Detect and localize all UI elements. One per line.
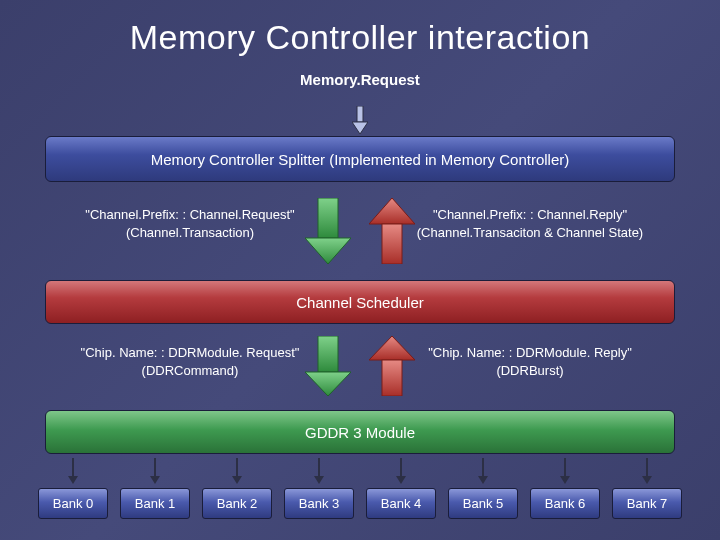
bank-arrow-slot bbox=[38, 458, 108, 484]
text-line: (DDRBurst) bbox=[400, 362, 660, 380]
bank-box: Bank 4 bbox=[366, 488, 436, 519]
svg-marker-7 bbox=[305, 372, 351, 396]
banks-row: Bank 0Bank 1Bank 2Bank 3Bank 4Bank 5Bank… bbox=[0, 488, 720, 519]
memory-request-label: Memory.Request bbox=[0, 71, 720, 88]
text-line: (Channel.Transaction) bbox=[60, 224, 320, 242]
channel-reply-label: "Channel.Prefix: : Channel.Reply" (Chann… bbox=[400, 206, 660, 241]
arrow-down-icon bbox=[231, 458, 243, 484]
svg-marker-25 bbox=[642, 476, 652, 484]
svg-marker-8 bbox=[369, 336, 415, 360]
arrow-down-icon bbox=[352, 106, 368, 134]
svg-marker-23 bbox=[560, 476, 570, 484]
ddr-reply-label: "Chip. Name: : DDRModule. Reply" (DDRBur… bbox=[400, 344, 660, 379]
scheduler-box: Channel Scheduler bbox=[45, 280, 675, 324]
bank-box: Bank 7 bbox=[612, 488, 682, 519]
bank-arrow-slot bbox=[120, 458, 190, 484]
channel-request-label: "Channel.Prefix: : Channel.Request" (Cha… bbox=[60, 206, 320, 241]
svg-marker-17 bbox=[314, 476, 324, 484]
bank-box: Bank 0 bbox=[38, 488, 108, 519]
arrow-up-icon bbox=[369, 336, 415, 396]
bank-box: Bank 1 bbox=[120, 488, 190, 519]
module-box: GDDR 3 Module bbox=[45, 410, 675, 454]
bank-box: Bank 2 bbox=[202, 488, 272, 519]
svg-marker-3 bbox=[305, 238, 351, 264]
bank-arrow-slot bbox=[448, 458, 518, 484]
arrow-down-icon bbox=[305, 198, 351, 264]
svg-rect-0 bbox=[357, 106, 363, 122]
svg-rect-5 bbox=[382, 224, 402, 264]
bank-arrow-slot bbox=[284, 458, 354, 484]
svg-marker-21 bbox=[478, 476, 488, 484]
text-line: "Chip. Name: : DDRModule. Request" bbox=[60, 344, 320, 362]
svg-marker-13 bbox=[150, 476, 160, 484]
arrow-down-icon bbox=[67, 458, 79, 484]
bank-arrow-slot bbox=[366, 458, 436, 484]
arrow-down-icon bbox=[477, 458, 489, 484]
scheduler-label: Channel Scheduler bbox=[296, 294, 424, 311]
text-line: "Channel.Prefix: : Channel.Request" bbox=[60, 206, 320, 224]
svg-marker-4 bbox=[369, 198, 415, 224]
arrow-down-icon bbox=[149, 458, 161, 484]
svg-rect-9 bbox=[382, 360, 402, 396]
page-title: Memory Controller interaction bbox=[0, 0, 720, 57]
bank-box: Bank 6 bbox=[530, 488, 600, 519]
text-line: "Channel.Prefix: : Channel.Reply" bbox=[400, 206, 660, 224]
text-line: (Channel.Transaciton & Channel State) bbox=[400, 224, 660, 242]
svg-rect-6 bbox=[318, 336, 338, 372]
svg-marker-15 bbox=[232, 476, 242, 484]
svg-rect-2 bbox=[318, 198, 338, 238]
arrow-down-icon bbox=[313, 458, 325, 484]
arrow-down-icon bbox=[395, 458, 407, 484]
bank-box: Bank 3 bbox=[284, 488, 354, 519]
arrow-pair-1 bbox=[305, 198, 415, 264]
svg-marker-1 bbox=[352, 122, 368, 134]
arrow-down-icon bbox=[559, 458, 571, 484]
splitter-label: Memory Controller Splitter (Implemented … bbox=[151, 151, 569, 168]
arrow-up-icon bbox=[369, 198, 415, 264]
bank-arrow-slot bbox=[530, 458, 600, 484]
arrow-down-icon bbox=[641, 458, 653, 484]
bank-arrows-row bbox=[0, 458, 720, 484]
text-line: (DDRCommand) bbox=[60, 362, 320, 380]
splitter-box: Memory Controller Splitter (Implemented … bbox=[45, 136, 675, 182]
text-line: "Chip. Name: : DDRModule. Reply" bbox=[400, 344, 660, 362]
module-label: GDDR 3 Module bbox=[305, 424, 415, 441]
bank-arrow-slot bbox=[202, 458, 272, 484]
ddr-request-label: "Chip. Name: : DDRModule. Request" (DDRC… bbox=[60, 344, 320, 379]
svg-marker-19 bbox=[396, 476, 406, 484]
svg-marker-11 bbox=[68, 476, 78, 484]
bank-arrow-slot bbox=[612, 458, 682, 484]
arrow-down-icon bbox=[305, 336, 351, 396]
bank-box: Bank 5 bbox=[448, 488, 518, 519]
arrow-pair-2 bbox=[305, 336, 415, 396]
